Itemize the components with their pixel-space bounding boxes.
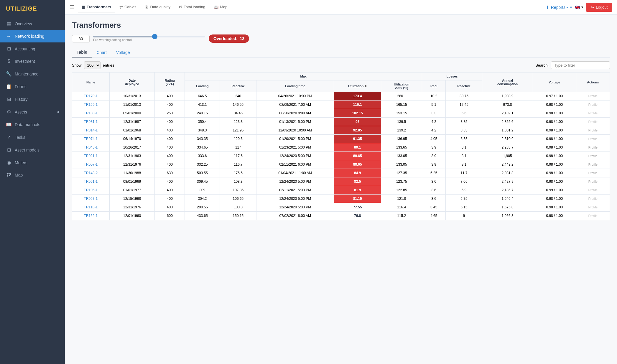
slider-section: 80 Pre-warning setting control Overloade… <box>72 34 610 43</box>
logout-icon: ↪ <box>591 5 594 9</box>
transformer-link[interactable]: TR105-1 <box>84 188 98 192</box>
transformer-link[interactable]: TR031-1 <box>84 120 98 124</box>
topnav-right-section: ⬇ Reports - ▼ 🇬🇧 ▼ ↪ Logout <box>546 3 612 12</box>
cell-loading: 348.3 <box>185 126 220 135</box>
tab-cables[interactable]: ⇄ Cables <box>116 2 140 12</box>
profile-link[interactable]: Profile <box>588 154 598 158</box>
logout-button[interactable]: ↪ Logout <box>586 3 612 12</box>
transformer-link[interactable]: TR057-1 <box>84 197 98 201</box>
cell-voltage: 0.98 / 1.00 <box>533 143 576 152</box>
cell-reactive-loss: 30.75 <box>446 92 482 101</box>
accounting-icon: ⊞ <box>6 46 12 52</box>
sidebar-item-asset-models[interactable]: ⊞ Asset models <box>0 144 65 156</box>
sidebar-item-meters[interactable]: ◉ Meters <box>0 156 65 169</box>
sidebar-label-network-loading: Network loading <box>15 34 44 39</box>
cell-reactive: 108.3 <box>220 177 256 186</box>
profile-link[interactable]: Profile <box>588 120 598 123</box>
slider-thumb[interactable] <box>152 34 157 39</box>
table-controls: Show 100 50 25 10 entries Search: <box>72 61 610 69</box>
main-content: ☰ ▦ Transformers ⇄ Cables 🗄 Data quality… <box>65 0 617 364</box>
cell-loading-time: 08/20/2020 9:00 AM <box>256 109 334 118</box>
cell-real: 10.2 <box>422 92 446 101</box>
slider-track[interactable] <box>93 36 205 37</box>
transformer-link[interactable]: TR021-1 <box>84 154 98 158</box>
view-tab-table[interactable]: Table <box>72 47 92 57</box>
cell-rating: 400 <box>155 126 185 135</box>
profile-link[interactable]: Profile <box>588 180 598 183</box>
reports-button[interactable]: ⬇ Reports - ▼ <box>546 5 572 10</box>
sidebar-item-accounting[interactable]: ⊞ Accounting <box>0 42 65 55</box>
transformer-link[interactable]: TR048-1 <box>84 145 98 149</box>
profile-link[interactable]: Profile <box>588 171 598 175</box>
transformer-link[interactable]: TR061-1 <box>84 179 98 184</box>
profile-link[interactable]: Profile <box>588 205 598 209</box>
view-tab-voltage[interactable]: Voltage <box>111 47 135 57</box>
transformer-link[interactable]: TR170-1 <box>84 94 98 98</box>
profile-link[interactable]: Profile <box>588 103 598 106</box>
entries-select[interactable]: 100 50 25 10 <box>84 61 101 69</box>
cell-date: 12/15/1968 <box>109 195 154 203</box>
cell-loading: 309.45 <box>185 177 220 186</box>
search-section: Search: <box>535 61 610 69</box>
transformer-link[interactable]: TR152-1 <box>84 214 98 218</box>
cell-action: Profile <box>576 169 610 177</box>
profile-link[interactable]: Profile <box>588 146 598 149</box>
tab-map-label: Map <box>220 5 227 9</box>
profile-link[interactable]: Profile <box>588 163 598 166</box>
sidebar-item-tasks[interactable]: ✓ Tasks <box>0 131 65 144</box>
table-row: TR143-2 11/30/1988 630 503.55 175.5 01/0… <box>72 169 610 177</box>
tab-map[interactable]: 📖 Map <box>210 2 231 12</box>
cell-annual: 1,905 <box>482 152 533 160</box>
cell-utilization: 81.15 <box>334 195 381 203</box>
cell-reactive-loss: 9 <box>446 212 482 220</box>
language-selector[interactable]: 🇬🇧 ▼ <box>575 5 584 10</box>
cell-voltage: 0.98 / 1.00 <box>533 118 576 126</box>
transformer-link[interactable]: TR110-1 <box>84 205 98 209</box>
cell-annual: 1,646.4 <box>482 195 533 203</box>
sidebar-item-map[interactable]: 🗺 Map <box>0 169 65 181</box>
cell-rating: 400 <box>155 118 185 126</box>
sidebar-item-overview[interactable]: ▦ Overview <box>0 17 65 30</box>
cell-real: 4.05 <box>422 135 446 143</box>
view-tab-chart[interactable]: Chart <box>92 47 111 57</box>
show-entries-section: Show 100 50 25 10 entries <box>72 61 114 69</box>
sidebar-item-forms[interactable]: 📋 Forms <box>0 80 65 93</box>
sidebar-item-history[interactable]: ⊞ History <box>0 93 65 106</box>
sub-col-utilization[interactable]: Utilization ⬍ <box>334 80 381 92</box>
sidebar-item-assets[interactable]: ⚙ Assets ◀ <box>0 106 65 118</box>
cell-rating: 400 <box>155 195 185 203</box>
tab-total-loading[interactable]: ↺ Total loading <box>175 2 209 12</box>
profile-link[interactable]: Profile <box>588 111 598 115</box>
cell-loading: 334.65 <box>185 143 220 152</box>
cell-name: TR170-1 <box>72 92 110 101</box>
transformer-link[interactable]: TR007-1 <box>84 162 98 167</box>
sidebar-item-maintenance[interactable]: 🔧 Maintenance <box>0 67 65 80</box>
cell-util2030: 260.1 <box>381 92 422 101</box>
profile-link[interactable]: Profile <box>588 129 598 132</box>
cell-date: 11/01/2013 <box>109 101 154 109</box>
transformer-link[interactable]: TR130-1 <box>84 111 98 115</box>
sidebar-item-network-loading[interactable]: ↔ Network loading <box>0 30 65 42</box>
cell-voltage: 0.99 / 1.00 <box>533 186 576 195</box>
profile-link[interactable]: Profile <box>588 214 598 218</box>
transformer-link[interactable]: TR014-1 <box>84 128 98 132</box>
transformer-link[interactable]: TR143-2 <box>84 171 98 175</box>
profile-link[interactable]: Profile <box>588 137 598 141</box>
tab-transformers[interactable]: ▦ Transformers <box>78 2 115 12</box>
sidebar: UTILIZIGE ▦ Overview ↔ Network loading ⊞… <box>0 0 65 364</box>
cell-loading-time: 02/09/2021 7:00 AM <box>256 101 334 109</box>
profile-link[interactable]: Profile <box>588 188 598 192</box>
transformer-link[interactable]: TR169-1 <box>84 103 98 107</box>
transformer-link[interactable]: TR074-1 <box>84 137 98 141</box>
cell-utilization: 91.35 <box>334 135 381 143</box>
col-date-deployed: Datedeployed <box>109 73 154 92</box>
cell-voltage: 0.98 / 1.00 <box>533 195 576 203</box>
profile-link[interactable]: Profile <box>588 94 598 98</box>
hamburger-menu-button[interactable]: ☰ <box>70 4 74 11</box>
sidebar-item-investment[interactable]: $ Investment <box>0 55 65 67</box>
profile-link[interactable]: Profile <box>588 197 598 200</box>
tab-data-quality[interactable]: 🗄 Data quality <box>141 2 174 12</box>
sidebar-item-data-manuals[interactable]: 📖 Data manuals <box>0 118 65 131</box>
search-input[interactable] <box>551 61 610 69</box>
slider-value-input[interactable]: 80 <box>72 35 90 42</box>
